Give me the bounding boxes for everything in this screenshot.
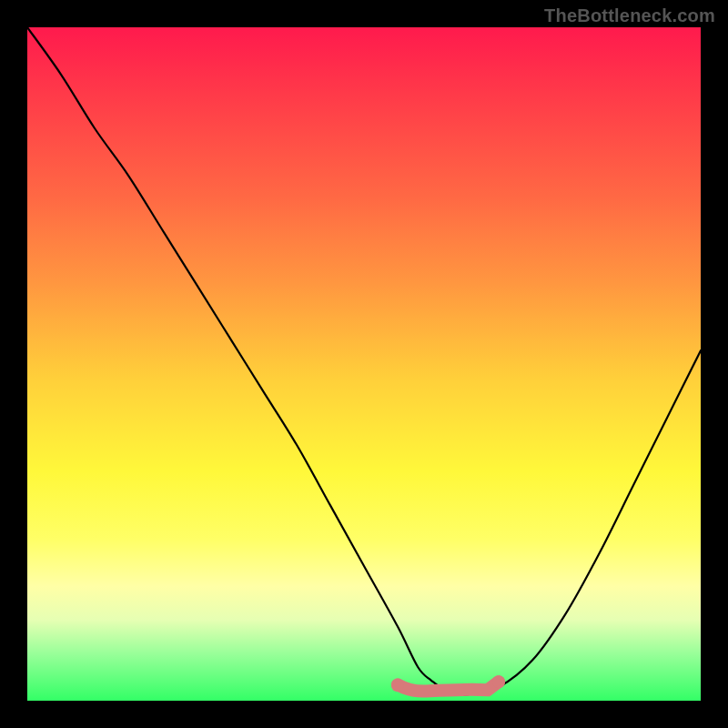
bottleneck-curve bbox=[27, 27, 701, 695]
watermark-text: TheBottleneck.com bbox=[544, 5, 715, 26]
chart-frame: TheBottleneck.com bbox=[0, 0, 728, 728]
flat-region-dot-left bbox=[391, 679, 404, 692]
gradient-plot-area bbox=[27, 27, 701, 701]
flat-region-marker bbox=[398, 682, 499, 691]
curve-svg bbox=[27, 27, 701, 701]
flat-region-dot-right bbox=[492, 675, 505, 688]
